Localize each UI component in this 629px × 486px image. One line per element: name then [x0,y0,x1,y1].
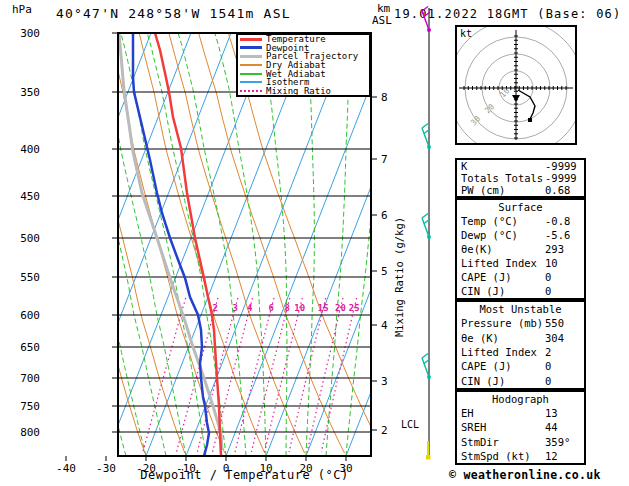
wet-adiabat-line [24,33,106,456]
dewpoint-curve [133,33,209,456]
temperature-tick-label: -30 [96,462,116,475]
panel-row-label: Lifted Index [461,258,537,269]
legend-line-sample [240,73,262,75]
panel-row-label: K [461,161,467,172]
panel-row-label: Lifted Index [461,347,537,358]
panel-row-label: CIN (J) [461,376,505,387]
wet-adiabat-line [8,33,86,456]
hodograph-panel: 102030 [455,25,577,145]
wet-adiabat-line [0,33,6,456]
panel-row-label: Temp (°C) [461,216,518,227]
pressure-tick-label: 550 [20,271,40,284]
wet-adiabat-line [41,33,126,456]
altitude-tick-label: 2 [381,424,388,437]
isotherm-line [26,33,191,456]
wind-barb [422,354,431,380]
panel-row: SREH44 [457,420,584,434]
panel-row-value: -9999 [545,161,577,172]
mixing-ratio-line [197,298,238,452]
pressure-tick-label: 650 [20,341,40,354]
panel-row-value: 13 [545,408,558,419]
panel-header: Surface [457,200,584,214]
panel-row-label: θe (K) [461,333,499,344]
altitude-tick-label: 3 [381,375,388,388]
panel-row-value: 0.68 [545,185,570,196]
data-panel: Most UnstablePressure (mb)550θe (K)304Li… [455,300,586,390]
altitude-tick-label: 6 [381,209,388,222]
temperature-axis-title: Dewpoint / Temperature (°C) [118,468,371,482]
isotherm-line [0,33,31,456]
panel-row: Lifted Index10 [457,256,584,270]
panel-row: Pressure (mb)550 [457,316,584,330]
mixing-ratio-label: 25 [349,303,360,313]
storm-motion-marker [512,95,520,102]
wind-barb [422,124,431,150]
mixing-ratio-line [235,298,274,452]
sounding-page: hPa 40°47'N 248°58'W 1541m ASL km ASL 19… [0,0,629,486]
dry-adiabat-line [50,33,145,453]
mixing-ratio-label: 15 [318,303,329,313]
panel-row-label: PW (cm) [461,185,505,196]
panel-row-label: Totals Totals [461,173,543,184]
pressure-axis-unit: hPa [12,3,32,16]
mixing-ratio-line [321,298,356,452]
panel-row-value: 44 [545,422,558,433]
panel-row: θe (K)304 [457,331,584,345]
panel-header-label: Most Unstable [457,304,584,315]
wet-adiabat-line [121,33,206,456]
pressure-tick-label: 450 [20,190,40,203]
dry-adiabat-line [110,33,225,453]
panel-row-label: CAPE (J) [461,361,512,372]
datetime-label: 19.01.2022 18GMT (Base: 06) [394,7,621,21]
mixing-ratio-label: 8 [284,303,289,313]
panel-row-value: 0 [545,361,551,372]
dry-adiabat-line [0,33,65,453]
data-panel: HodographEH13SREH44StmDir359°StmSpd (kt)… [455,390,586,465]
panel-row-value: 12 [545,451,558,462]
wet-adiabat-line [59,33,147,456]
panel-row-value: 2 [545,347,551,358]
pressure-tick-label: 700 [20,372,40,385]
panel-row: CAPE (J)0 [457,270,584,284]
mixing-ratio-line [307,298,343,452]
panel-row: PW (cm)0.68 [457,184,584,196]
panel-row: K-9999 [457,160,584,172]
panel-row-value: 0 [545,376,551,387]
legend-line-sample [240,81,262,83]
panel-row: θe(K)293 [457,242,584,256]
panel-row-label: CAPE (J) [461,272,512,283]
panel-row-label: SREH [461,422,486,433]
panel-row-value: 10 [545,258,558,269]
panel-row: Totals Totals-9999 [457,172,584,184]
temperature-curve [155,33,221,456]
legend-line-sample [240,38,262,41]
legend-line-sample [240,64,262,66]
legend-item-label: Mixing Ratio [266,87,331,95]
legend-item-label: Dry Adiabat [266,61,326,69]
pressure-tick-label: 500 [20,232,40,245]
panel-row-value: -0.8 [545,216,570,227]
isotherm-line [66,33,231,456]
lcl-marker-label: LCL [401,419,419,430]
panel-row-value: 0 [545,286,551,297]
wet-adiabat-line [0,33,66,456]
panel-row-value: 293 [545,244,564,255]
panel-row-value: 550 [545,318,564,329]
panel-row-label: CIN (J) [461,286,505,297]
wind-barb [422,214,431,240]
altitude-tick-label: 4 [381,319,388,332]
altitude-axis-unit-asl: ASL [372,14,392,27]
legend-item: Mixing Ratio [238,87,369,96]
panel-row: Temp (°C)-0.8 [457,214,584,228]
dry-adiabat-line [20,33,105,453]
mixing-ratio-axis-title: Mixing Ratio (g/kg) [393,207,405,347]
panel-row: Dewp (°C)-5.6 [457,228,584,242]
hodograph-plot: 102030 [457,27,575,143]
mixing-ratio-label: 3 [232,303,237,313]
mixing-ratio-label: 10 [294,303,305,313]
panel-header-label: Hodograph [457,394,584,405]
isotherm-line [0,33,111,456]
wet-adiabat-line [0,33,26,456]
legend-line-sample [240,55,262,58]
hodograph-ring-label: 20 [483,102,496,115]
